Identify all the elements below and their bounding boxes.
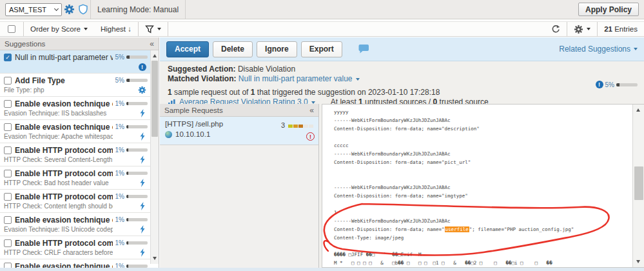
suggestion-subtitle: Evasion Technique: Apache whitespace <box>4 133 113 140</box>
export-button[interactable]: Export <box>301 41 342 57</box>
request-line: ------WebKitFormBoundaryWKzJUhJDZunJABAc <box>334 116 632 125</box>
suggestions-scrollbar[interactable] <box>150 50 159 264</box>
suggestion-checkbox[interactable] <box>4 77 12 85</box>
scroll-up-arrow-icon[interactable] <box>153 54 157 57</box>
lightning-bolt-icon <box>139 132 146 141</box>
suggestion-item[interactable]: Enable HTTP protocol complianc... HTTP C… <box>0 143 150 166</box>
policy-settings-gear-icon[interactable] <box>62 3 76 17</box>
suggestion-subtitle: File Type: php <box>4 86 113 94</box>
gear-icon <box>138 86 146 94</box>
suggestion-item[interactable]: Enable evasion technique check Evasion T… <box>0 213 150 236</box>
collapse-panel-button[interactable]: « <box>150 39 154 48</box>
suggestions-panel: Suggestions « Null in multi-part paramet… <box>0 37 159 268</box>
comment-bubble-icon[interactable] <box>358 44 370 54</box>
sort-direction-button[interactable]: Highest ↓ <box>94 22 138 36</box>
table-settings-dropdown[interactable] <box>567 22 597 36</box>
suggestion-title: Null in multi-part parameter value <box>15 53 113 62</box>
suggestion-checkbox[interactable] <box>4 193 12 201</box>
suggestion-subtitle: Evasion Technique: IIS Unicode codepoint… <box>4 226 113 233</box>
ignore-button[interactable]: Ignore <box>257 41 297 57</box>
suggestion-score: 1% <box>115 193 124 200</box>
apply-policy-button[interactable]: Apply Policy <box>578 3 639 16</box>
suggestion-score-block: 1% <box>115 216 148 223</box>
suggestion-item[interactable]: Enable evasion technique check Evasion T… <box>0 97 150 120</box>
score-bar <box>126 125 148 128</box>
suggestion-checkbox[interactable] <box>4 216 12 224</box>
related-suggestions-label: Related Suggestions <box>559 45 630 54</box>
request-line <box>334 242 632 250</box>
suggestion-subtitle: HTTP Check: Bad host header value <box>4 179 113 186</box>
suggestion-item[interactable]: Enable evasion technique check Evasion T… <box>0 120 150 143</box>
suggestion-item[interactable]: Enable evasion technique check 1% <box>0 259 150 268</box>
accept-button[interactable]: Accept <box>166 41 209 57</box>
suggestion-checkbox[interactable] <box>4 123 12 131</box>
filter-dropdown[interactable] <box>139 22 168 36</box>
suggestion-title: Enable HTTP protocol complianc... <box>15 169 113 178</box>
suggestion-item[interactable]: Enable HTTP protocol complianc... HTTP C… <box>0 236 150 259</box>
request-line: Content-Disposition: form-data; name="us… <box>334 225 632 234</box>
gear-icon <box>574 25 583 34</box>
suggestion-checkbox[interactable] <box>4 170 12 177</box>
violation-rating: 3 <box>281 121 313 129</box>
scrollbar-thumb[interactable] <box>151 61 158 137</box>
suggestion-item[interactable]: Enable HTTP protocol complianc... HTTP C… <box>0 166 150 190</box>
scroll-up-arrow-icon[interactable] <box>636 108 640 112</box>
details-section: Suggested Action: Disable Violation Matc… <box>160 61 644 104</box>
lightning-bolt-icon <box>139 202 146 210</box>
request-line: ------WebKitFormBoundaryWKzJUhJDZunJABAc <box>334 183 632 192</box>
sample-requests-header: Sample Requests « <box>160 104 318 117</box>
suggestion-score: 5% <box>115 77 124 84</box>
suggestion-subtitle: HTTP Check: CRLF characters before reque… <box>4 249 113 256</box>
suggestion-score: 1% <box>115 170 124 177</box>
suggestion-title: Enable HTTP protocol complianc... <box>15 192 113 201</box>
request-scrollbar[interactable] <box>632 105 644 267</box>
security-shield-icon[interactable] <box>76 3 90 17</box>
window-bottom-edge <box>0 268 644 271</box>
score-bar <box>126 55 148 59</box>
action-bar: Accept Delete Ignore Export Related Sugg… <box>160 37 644 61</box>
select-all-checkbox[interactable] <box>8 25 15 33</box>
collapse-panel-button[interactable]: « <box>309 106 314 115</box>
request-line: Content-Type: image/jpeg <box>334 234 632 242</box>
delete-button[interactable]: Delete <box>213 41 253 57</box>
request-line: ------WebKitFormBoundaryWKzJUhJDZunJABAc <box>334 217 632 225</box>
suggestion-title: Enable evasion technique check <box>15 123 113 132</box>
suggestion-checkbox[interactable] <box>4 263 12 268</box>
entries-number: 21 <box>604 25 612 33</box>
alert-circle-icon: ! <box>139 63 146 71</box>
suggestion-checkbox[interactable] <box>4 239 12 247</box>
suggestion-item[interactable]: Null in multi-part parameter value 5% ! <box>0 50 150 74</box>
matched-violation-link[interactable]: Null in multi-part parameter value <box>239 74 360 84</box>
lightning-bolt-icon <box>139 156 146 164</box>
suggestion-item[interactable]: Enable HTTP protocol complianc... HTTP C… <box>0 190 150 213</box>
sample-request-item[interactable]: [HTTPS] /sell.php 10.10.10.1 3 ! <box>160 117 318 145</box>
suggestion-checkbox[interactable] <box>4 100 12 108</box>
suggestion-checkbox[interactable] <box>4 146 12 154</box>
suggested-action-label: Suggested Action: <box>168 65 236 74</box>
order-by-dropdown[interactable]: Order by Score <box>24 22 94 36</box>
scroll-down-arrow-icon[interactable] <box>153 257 157 260</box>
rating-number: 3 <box>281 121 285 129</box>
chevron-down-icon <box>84 28 88 30</box>
score-bar <box>126 195 148 198</box>
request-line: ���� □JFIF ��□` ` ��□Exif M <box>334 250 632 259</box>
suggestion-score: 1% <box>115 263 124 268</box>
chevron-down-icon <box>356 78 360 81</box>
scroll-down-arrow-icon[interactable] <box>636 260 640 263</box>
suggestion-item[interactable]: Add File Type File Type: php 5% <box>0 74 150 97</box>
entries-word: Entries <box>614 25 638 33</box>
suggestion-title: Enable evasion technique check <box>15 262 113 268</box>
sample-requests-title: Sample Requests <box>164 106 223 114</box>
scrollbar-thumb[interactable] <box>634 166 643 200</box>
request-line: Content-Disposition: form-data; name="de… <box>334 125 632 133</box>
suggestion-score-block: 1% <box>115 193 148 200</box>
refresh-button[interactable] <box>545 22 567 36</box>
sample-text: sample request out of <box>174 88 248 97</box>
suggestion-score-block: 1% <box>115 146 148 154</box>
suggestion-checkbox[interactable] <box>4 54 12 61</box>
related-suggestions-dropdown[interactable]: Related Suggestions <box>559 45 638 54</box>
sample-count: 1 <box>168 88 172 97</box>
top-bar: ASM_TEST Learning Mode: Manual Apply Pol… <box>0 0 644 19</box>
sample-total: 1 <box>251 88 255 97</box>
policy-select[interactable]: ASM_TEST <box>5 3 62 16</box>
